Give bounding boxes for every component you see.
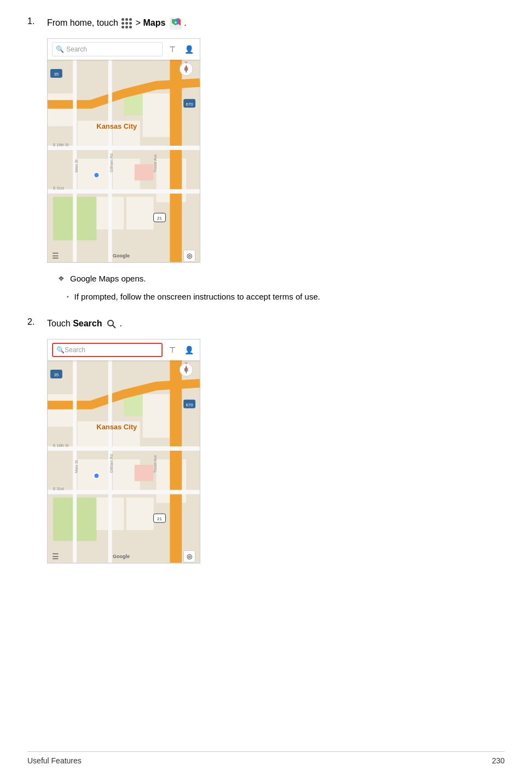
footer-section-label: Useful Features	[27, 756, 82, 765]
svg-text:670: 670	[186, 403, 194, 407]
svg-text:35: 35	[54, 72, 59, 77]
apps-grid-icon	[122, 18, 132, 28]
map-google-logo-2: Google	[113, 554, 130, 559]
svg-point-40	[108, 320, 113, 326]
map-topbar-1: 🔍 Search ⊤ 👤	[48, 39, 200, 60]
map-menu-icon-2: ☰	[52, 552, 59, 561]
step-1-text-suffix: .	[184, 18, 186, 27]
map-search-icon-1: 🔍	[56, 45, 64, 53]
diamond-bullet-icon: ❖	[58, 274, 65, 283]
step-1-number: 1.	[27, 16, 41, 26]
map-background-1: Main St Gillham Rd Troost Ave E 18th St …	[48, 39, 200, 262]
svg-text:Gillham Rd: Gillham Rd	[109, 153, 113, 172]
maps-label: Maps	[143, 18, 166, 27]
svg-text:Main St: Main St	[74, 460, 78, 473]
svg-rect-17	[135, 164, 154, 181]
map-google-logo-1: Google	[113, 253, 130, 258]
svg-text:E 18th St: E 18th St	[53, 444, 69, 447]
step-2-content: Touch Search .	[47, 317, 505, 573]
svg-rect-54	[135, 465, 154, 481]
footer-page-number: 230	[492, 756, 505, 765]
svg-point-4	[175, 21, 177, 24]
svg-text:N: N	[185, 61, 187, 64]
sub-bullet-prompted: ▪ If prompted, follow the onscreen instr…	[67, 291, 505, 303]
step-1: 1. From home, touch > Maps .	[27, 16, 505, 307]
svg-rect-18	[170, 60, 182, 262]
svg-text:Kansas City: Kansas City	[96, 122, 137, 130]
svg-text:Kansas City: Kansas City	[96, 423, 137, 431]
step-2-text-suffix: .	[119, 319, 122, 328]
map-search-placeholder-2: Search	[65, 346, 85, 354]
step-1-text-middle: >	[136, 18, 143, 27]
svg-rect-52	[126, 497, 154, 530]
step-2-text: Touch Search .	[47, 317, 505, 330]
svg-text:Troost Ave: Troost Ave	[153, 455, 157, 473]
bullet-maps-opens: ❖ Google Maps opens.	[58, 273, 505, 285]
svg-rect-11	[143, 94, 170, 137]
map-background-2: Main St Gillham Rd Troost Ave E 18th St …	[48, 340, 200, 563]
map-search-icon-2: 🔍	[56, 346, 65, 354]
svg-rect-45	[48, 394, 75, 427]
map-location-icon-2: ◎	[183, 550, 195, 562]
bullet-maps-opens-text: Google Maps opens.	[70, 273, 146, 285]
search-label: Search	[73, 319, 102, 328]
svg-rect-8	[48, 94, 75, 127]
map-topbar-2: 🔍 Search ⊤ 👤	[48, 340, 200, 360]
sub-bullet-prompted-text: If prompted, follow the onscreen instruc…	[74, 291, 320, 303]
svg-text:35: 35	[54, 372, 59, 377]
map-person-icon-2: 👤	[182, 343, 195, 357]
svg-rect-48	[143, 394, 170, 438]
map-screenshot-2: Main St Gillham Rd Troost Ave E 18th St …	[47, 339, 200, 564]
svg-text:E 18th St: E 18th St	[53, 143, 69, 147]
svg-rect-55	[170, 360, 182, 562]
step-2: 2. Touch Search .	[27, 317, 505, 573]
svg-rect-15	[126, 197, 154, 229]
svg-text:E 31st: E 31st	[53, 186, 64, 190]
step-2-text-prefix: Touch	[47, 319, 73, 328]
svg-line-41	[113, 325, 115, 328]
svg-text:Main St: Main St	[74, 159, 78, 173]
step-1-text-prefix: From home, touch	[47, 18, 120, 27]
map-location-icon-1: ◎	[183, 250, 195, 262]
svg-text:E 31st: E 31st	[53, 487, 64, 491]
map-search-box-highlighted-2: 🔍 Search	[52, 343, 163, 357]
svg-text:Gillham Rd: Gillham Rd	[109, 454, 113, 473]
svg-text:Troost Ave: Troost Ave	[153, 154, 157, 173]
svg-text:21: 21	[157, 216, 162, 221]
step-1-content: From home, touch > Maps .	[47, 16, 505, 307]
map-menu-icon-1: ☰	[52, 251, 59, 260]
map-screenshot-1: Main St Gillham Rd Troost Ave E 18th St …	[47, 38, 200, 263]
map-bottombar-1: ☰ Google ◎	[48, 249, 200, 262]
svg-text:21: 21	[157, 516, 162, 521]
map-search-box-1: 🔍 Search	[52, 42, 163, 56]
step-1-text: From home, touch > Maps .	[47, 16, 505, 30]
search-magnify-icon	[106, 319, 117, 330]
map-filter-icon-1: ⊤	[166, 43, 179, 56]
map-person-icon-1: 👤	[182, 43, 195, 56]
svg-text:670: 670	[186, 102, 194, 107]
page-footer: Useful Features 230	[27, 751, 505, 765]
svg-text:N: N	[185, 361, 187, 365]
maps-app-icon	[170, 18, 182, 30]
map-filter-icon-2: ⊤	[166, 343, 179, 357]
step-2-number: 2.	[27, 317, 41, 327]
map-search-placeholder-1: Search	[66, 45, 87, 53]
svg-point-35	[94, 173, 99, 178]
map-bottombar-2: ☰ Google ◎	[48, 550, 200, 563]
svg-point-72	[94, 473, 99, 479]
square-bullet-icon: ▪	[67, 294, 69, 300]
